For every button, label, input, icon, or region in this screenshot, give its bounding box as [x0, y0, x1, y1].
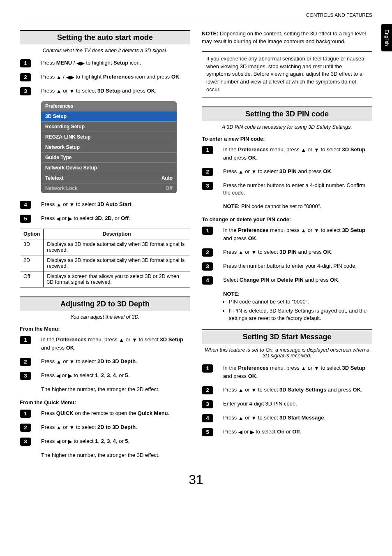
sub-from-menu: From the Menu: — [20, 326, 190, 332]
auto-start-step-2: 2 Press ▲ / ◀▶ to highlight Preferences … — [20, 73, 190, 81]
sec-pin-intro: A 3D PIN code is necessary for using 3D … — [202, 124, 372, 130]
up-arrow-icon: ▲ — [119, 336, 124, 344]
left-arrow-icon: ◀ — [238, 429, 242, 436]
down-arrow-icon: ▼ — [251, 168, 257, 176]
step-badge: 3 — [20, 438, 31, 446]
prefs-row-teletext: TeletextAuto — [41, 173, 177, 183]
up-arrow-icon: ▲ — [56, 74, 62, 81]
header-rule — [20, 20, 372, 20]
prefs-title: Preferences — [41, 101, 177, 111]
step-badge: 3 — [20, 87, 31, 95]
left-arrow-icon: ◀ — [76, 60, 81, 67]
startmsg-step-5: 5 Press ◀ or ▶ to select On or Off. — [202, 428, 372, 436]
option-table: OptionDescription 3DDisplays as 3D mode … — [20, 229, 190, 287]
change-pin-note: NOTE: PIN code cannot be set to "0000". … — [223, 290, 372, 322]
enter-pin-step-1: 1 In the Preferences menu, press ▲ or ▼ … — [202, 146, 372, 162]
step-badge: 2 — [20, 73, 31, 81]
up-arrow-icon: ▲ — [238, 415, 244, 422]
prefs-row-netlock: Network LockOff — [41, 183, 177, 193]
step-badge: 3 — [202, 262, 213, 271]
step-badge: 1 — [20, 410, 31, 418]
prefs-row-guide: Guide Type — [41, 152, 177, 162]
sec-auto-start-intro: Controls what the TV does when it detect… — [20, 48, 190, 53]
prefs-row-3d-setup: 3D Setup — [41, 111, 177, 121]
step-badge: 2 — [202, 168, 213, 176]
right-arrow-icon: ▶ — [250, 429, 254, 436]
prefs-row-netdevice: Network Device Setup — [41, 162, 177, 173]
depth-menu-note: The higher the number, the stronger the … — [41, 386, 190, 394]
sub-change-pin: To change or delete your PIN code: — [202, 216, 372, 222]
sec-auto-start-heading: Setting the auto start mode — [20, 30, 190, 44]
step-badge: 4 — [20, 201, 31, 209]
down-arrow-icon: ▼ — [69, 424, 75, 432]
right-column: NOTE: Depending on the content, setting … — [202, 30, 372, 465]
preferences-menu: Preferences 3D Setup Recording Setup REG… — [41, 101, 177, 193]
language-tab: English — [381, 24, 392, 51]
prefs-row-network: Network Setup — [41, 142, 177, 152]
down-arrow-icon: ▼ — [69, 201, 75, 209]
sub-enter-pin: To enter a new PIN code: — [202, 136, 372, 142]
up-arrow-icon: ▲ — [238, 168, 244, 176]
step-badge: 1 — [202, 227, 213, 235]
step-badge: 2 — [202, 386, 213, 394]
left-arrow-icon: ◀ — [56, 438, 60, 446]
down-arrow-icon: ▼ — [69, 88, 75, 95]
change-pin-step-3: 3 Press the number buttons to enter your… — [202, 262, 372, 271]
up-arrow-icon: ▲ — [238, 249, 244, 257]
th-desc: Description — [44, 229, 190, 239]
step-badge: 1 — [20, 336, 31, 344]
up-arrow-icon: ▲ — [56, 88, 62, 95]
startmsg-step-2: 2 Press ▲ or ▼ to select 3D Safety Setti… — [202, 386, 372, 394]
prefs-row-regza: REGZA-LINK Setup — [41, 132, 177, 142]
left-column: Setting the auto start mode Controls wha… — [20, 30, 190, 465]
right-arrow-icon: ▶ — [70, 74, 74, 81]
depth-quick-step-1: 1 Press QUICK on the remote to open the … — [20, 410, 190, 418]
up-arrow-icon: ▲ — [301, 227, 306, 235]
step-badge: 2 — [20, 424, 31, 432]
down-arrow-icon: ▼ — [251, 387, 257, 394]
startmsg-step-3: 3 Enter your 4-digit 3D PIN code. — [202, 400, 372, 408]
down-arrow-icon: ▼ — [314, 365, 319, 373]
step-badge: 2 — [20, 358, 31, 366]
left-arrow-icon: ◀ — [56, 215, 60, 223]
header-title: CONTROLS AND FEATURES — [20, 12, 372, 18]
sec-pin-heading: Setting the 3D PIN code — [202, 107, 372, 121]
enter-pin-note: NOTE: PIN code cannot be set to "0000". — [223, 203, 372, 211]
warning-box: If you experience any abnormal sensation… — [202, 51, 372, 97]
enter-pin-step-3: 3 Press the number buttons to enter a 4-… — [202, 182, 372, 197]
prefs-row-recording: Recording Setup — [41, 121, 177, 132]
down-arrow-icon: ▼ — [251, 415, 257, 422]
step-badge: 1 — [202, 364, 213, 373]
page-number: 31 — [20, 472, 372, 487]
step-badge: 3 — [202, 182, 213, 190]
change-pin-step-1: 1 In the Preferences menu, press ▲ or ▼ … — [202, 227, 372, 243]
startmsg-step-1: 1 In the Preferences menu, press ▲ or ▼ … — [202, 364, 372, 380]
depth-menu-step-3: 3 Press ◀ or ▶ to select 1, 2, 3, 4, or … — [20, 372, 190, 380]
sec-startmsg-heading: Setting 3D Start Message — [202, 329, 372, 344]
down-arrow-icon: ▼ — [314, 227, 319, 235]
up-arrow-icon: ▲ — [56, 201, 62, 209]
depth-menu-step-1: 1 In the Preferences menu, press ▲ or ▼ … — [20, 336, 190, 352]
depth-quick-step-2: 2 Press ▲ or ▼ to select 2D to 3D Depth. — [20, 424, 190, 432]
step-badge: 1 — [202, 146, 213, 154]
depth-quick-note: The higher the number, the stronger the … — [41, 452, 190, 459]
up-arrow-icon: ▲ — [56, 424, 62, 432]
th-option: Option — [20, 229, 44, 239]
left-arrow-icon: ◀ — [56, 372, 60, 380]
sec-depth-intro: You can adjust the level of 3D. — [20, 314, 190, 320]
table-row: 3DDisplays as 3D mode automatically when… — [20, 239, 190, 255]
step-badge: 3 — [20, 372, 31, 380]
step-badge: 3 — [202, 400, 213, 408]
step-badge: 2 — [202, 248, 213, 257]
change-pin-step-2: 2 Press ▲ or ▼ to select 3D PIN and pres… — [202, 248, 372, 257]
depth-quick-step-3: 3 Press ◀ or ▶ to select 1, 2, 3, 4, or … — [20, 438, 190, 446]
step-badge: 4 — [202, 276, 213, 285]
top-note: NOTE: Depending on the content, setting … — [202, 30, 372, 46]
depth-menu-step-2: 2 Press ▲ or ▼ to select 2D to 3D Depth. — [20, 358, 190, 366]
startmsg-step-4: 4 Press ▲ or ▼ to select 3D Start Messag… — [202, 414, 372, 422]
table-row: OffDisplays a screen that allows you to … — [20, 271, 190, 287]
right-arrow-icon: ▶ — [81, 60, 85, 67]
up-arrow-icon: ▲ — [56, 358, 62, 366]
right-arrow-icon: ▶ — [68, 215, 72, 223]
right-arrow-icon: ▶ — [68, 438, 72, 446]
